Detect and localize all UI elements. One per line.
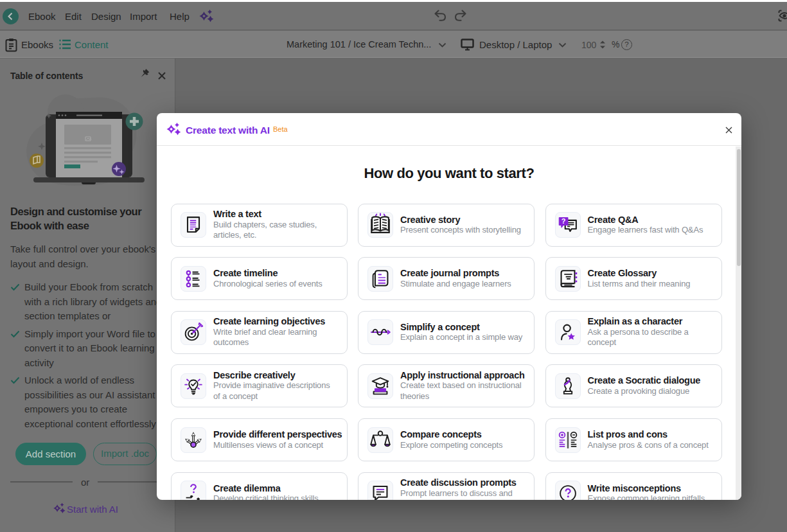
- svg-text:?: ?: [561, 217, 565, 225]
